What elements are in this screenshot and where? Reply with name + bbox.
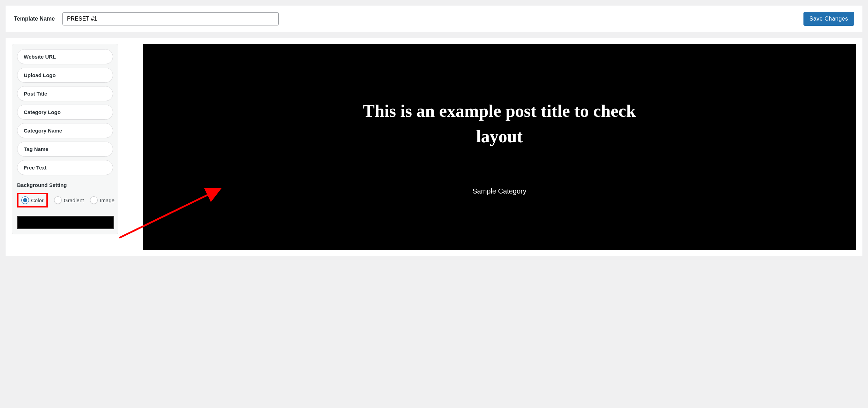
bg-radio-gradient[interactable] [54,196,62,204]
element-tag-name[interactable]: Tag Name [17,142,113,157]
annotation-highlight-box: Color [17,193,48,207]
template-preview-canvas: This is an example post title to check l… [143,44,856,250]
bg-color-swatch[interactable] [17,216,114,229]
bg-radio-color-label: Color [31,197,44,203]
background-setting-label: Background Setting [17,182,113,188]
template-name-label: Template Name [14,16,55,22]
bg-radio-image[interactable] [90,196,98,204]
editor-main-panel: Website URL Upload Logo Post Title Categ… [6,38,862,256]
preview-category: Sample Category [472,187,526,195]
background-options-row: Color Gradient Image [17,193,113,207]
element-category-logo[interactable]: Category Logo [17,105,113,120]
element-upload-logo[interactable]: Upload Logo [17,68,113,83]
save-changes-button[interactable]: Save Changes [803,12,854,26]
bg-option-image-group: Image [90,196,114,204]
template-name-input[interactable] [62,12,279,25]
element-post-title[interactable]: Post Title [17,86,113,101]
bg-option-gradient-group: Gradient [54,196,84,204]
bg-radio-image-label: Image [100,197,114,203]
template-header-bar: Template Name Save Changes [6,6,862,32]
bg-radio-color[interactable] [21,196,29,204]
element-category-name[interactable]: Category Name [17,123,113,138]
element-free-text[interactable]: Free Text [17,160,113,175]
bg-option-color-group: Color [21,196,44,204]
bg-radio-gradient-label: Gradient [64,197,84,203]
preview-post-title: This is an example post title to check l… [339,98,660,149]
template-name-group: Template Name [14,12,279,25]
element-website-url[interactable]: Website URL [17,49,113,64]
elements-sidebar: Website URL Upload Logo Post Title Categ… [12,44,118,234]
